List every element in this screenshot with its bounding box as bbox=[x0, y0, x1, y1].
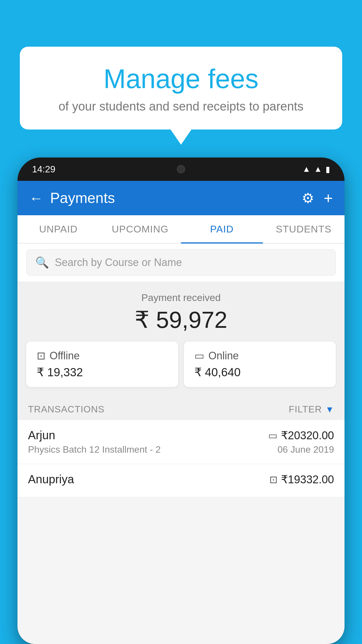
header-left: ← Payments bbox=[29, 190, 115, 206]
signal-icon: ▲ bbox=[314, 164, 322, 174]
online-payment-icon: ▭ bbox=[194, 350, 204, 362]
tab-students[interactable]: STUDENTS bbox=[263, 215, 345, 243]
tab-unpaid[interactable]: UNPAID bbox=[17, 215, 99, 243]
online-card: ▭ Online ₹ 40,640 bbox=[184, 342, 336, 387]
payment-cards: ⊡ Offline ₹ 19,332 ▭ Online ₹ 40,640 bbox=[26, 342, 336, 387]
transactions-header: TRANSACTIONS FILTER ▼ bbox=[17, 396, 345, 420]
back-button[interactable]: ← bbox=[29, 190, 43, 206]
transaction-item-anupriya[interactable]: Anupriya ⊡ ₹19332.00 bbox=[17, 464, 345, 497]
app-header: ← Payments ⚙ + bbox=[17, 181, 345, 215]
offline-payment-icon: ⊡ bbox=[37, 350, 45, 362]
transactions-label: TRANSACTIONS bbox=[28, 404, 105, 415]
payment-received-section: Payment received ₹ 59,972 ⊡ Offline ₹ 19… bbox=[17, 281, 345, 396]
transaction-amount: ₹20320.00 bbox=[281, 429, 334, 442]
transaction-amount-container-2: ⊡ ₹19332.00 bbox=[269, 473, 334, 486]
tabs-bar: UNPAID UPCOMING PAID STUDENTS bbox=[17, 215, 345, 244]
transaction-item-arjun[interactable]: Arjun ▭ ₹20320.00 Physics Batch 12 Insta… bbox=[17, 420, 345, 464]
battery-icon: ▮ bbox=[326, 164, 330, 174]
gear-icon[interactable]: ⚙ bbox=[302, 190, 314, 206]
transaction-row1-2: Anupriya ⊡ ₹19332.00 bbox=[28, 473, 334, 486]
search-icon: 🔍 bbox=[35, 256, 49, 269]
transaction-row2: Physics Batch 12 Installment - 2 06 June… bbox=[28, 444, 334, 455]
speech-bubble: Manage fees of your students and send re… bbox=[20, 47, 342, 130]
tab-paid[interactable]: PAID bbox=[181, 215, 263, 243]
offline-amount: ₹ 19,332 bbox=[37, 365, 168, 379]
offline-transaction-icon: ⊡ bbox=[269, 474, 277, 485]
transaction-date: 06 June 2019 bbox=[277, 444, 334, 455]
status-bar: 14:29 ▲ ▲ ▮ bbox=[17, 158, 345, 181]
page-title: Payments bbox=[50, 190, 115, 206]
wifi-icon: ▲ bbox=[303, 164, 311, 174]
search-bar[interactable]: 🔍 Search by Course or Name bbox=[26, 249, 336, 276]
online-amount: ₹ 40,640 bbox=[194, 365, 325, 379]
filter-label: FILTER bbox=[289, 404, 322, 415]
add-button[interactable]: + bbox=[324, 189, 333, 207]
transaction-name-2: Anupriya bbox=[28, 473, 74, 486]
status-time: 14:29 bbox=[32, 164, 55, 175]
tab-upcoming[interactable]: UPCOMING bbox=[99, 215, 181, 243]
phone-notch bbox=[169, 158, 193, 181]
filter-container[interactable]: FILTER ▼ bbox=[289, 404, 334, 415]
camera bbox=[177, 165, 185, 173]
app-screen: ← Payments ⚙ + UNPAID UPCOMING PAID STUD… bbox=[17, 181, 345, 644]
online-label: Online bbox=[208, 350, 239, 362]
transaction-course: Physics Batch 12 Installment - 2 bbox=[28, 444, 161, 455]
transaction-name: Arjun bbox=[28, 429, 55, 442]
header-right: ⚙ + bbox=[302, 189, 333, 207]
search-input[interactable]: Search by Course or Name bbox=[55, 256, 182, 269]
offline-card-top: ⊡ Offline bbox=[37, 350, 168, 362]
search-container: 🔍 Search by Course or Name bbox=[17, 244, 345, 281]
payment-total-amount: ₹ 59,972 bbox=[26, 306, 336, 333]
transaction-amount-2: ₹19332.00 bbox=[281, 473, 334, 486]
online-card-top: ▭ Online bbox=[194, 350, 325, 362]
filter-icon: ▼ bbox=[325, 405, 334, 414]
transaction-amount-container: ▭ ₹20320.00 bbox=[268, 429, 334, 442]
bubble-title: Manage fees bbox=[34, 64, 328, 94]
online-transaction-icon: ▭ bbox=[268, 430, 277, 441]
offline-label: Offline bbox=[50, 350, 80, 362]
phone-frame: 14:29 ▲ ▲ ▮ ← Payments ⚙ + UNPAID bbox=[17, 158, 345, 644]
payment-label: Payment received bbox=[26, 292, 336, 303]
status-icons: ▲ ▲ ▮ bbox=[303, 164, 330, 174]
offline-card: ⊡ Offline ₹ 19,332 bbox=[26, 342, 178, 387]
transaction-row1: Arjun ▭ ₹20320.00 bbox=[28, 429, 334, 442]
bubble-subtitle: of your students and send receipts to pa… bbox=[34, 99, 328, 113]
